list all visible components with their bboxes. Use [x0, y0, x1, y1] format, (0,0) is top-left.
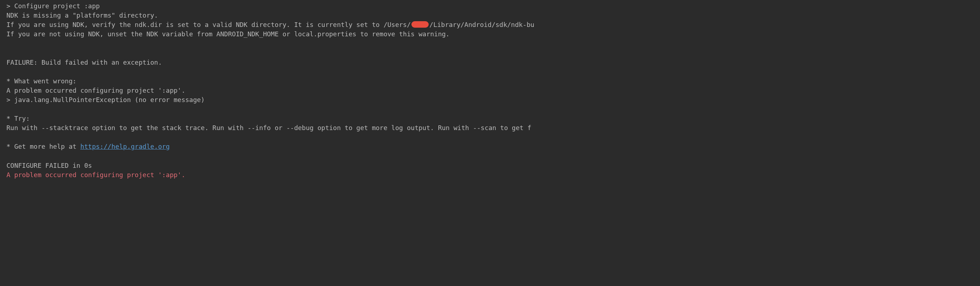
blank-line: [6, 48, 974, 58]
blank-line: [6, 39, 974, 48]
help-link[interactable]: https://help.gradle.org: [80, 143, 170, 150]
console-line: If you are using NDK, verify the ndk.dir…: [6, 20, 974, 29]
console-line: * Try:: [6, 114, 974, 123]
console-line: * Get more help at https://help.gradle.o…: [6, 142, 974, 151]
blank-line: [6, 105, 974, 114]
redacted-username: [412, 21, 429, 28]
text-segment: * Get more help at: [6, 143, 80, 150]
blank-line: [6, 133, 974, 142]
console-line: If you are not using NDK, unset the NDK …: [6, 29, 974, 39]
console-line: > Configure project :app: [6, 2, 974, 11]
blank-line: [6, 67, 974, 77]
blank-line: [6, 152, 974, 161]
console-line: A problem occurred configuring project '…: [6, 86, 974, 95]
console-line: * What went wrong:: [6, 77, 974, 86]
text-segment: If you are using NDK, verify the ndk.dir…: [6, 21, 411, 29]
console-line: Run with --stacktrace option to get the …: [6, 123, 974, 133]
console-line: CONFIGURE FAILED in 0s: [6, 161, 974, 170]
console-line: > java.lang.NullPointerException (no err…: [6, 95, 974, 105]
console-line: FAILURE: Build failed with an exception.: [6, 58, 974, 67]
console-output: > Configure project :app NDK is missing …: [6, 2, 974, 180]
text-segment: /Library/Android/sdk/ndk-bu: [430, 21, 535, 29]
error-line: A problem occurred configuring project '…: [6, 170, 974, 180]
console-line: NDK is missing a "platforms" directory.: [6, 11, 974, 20]
